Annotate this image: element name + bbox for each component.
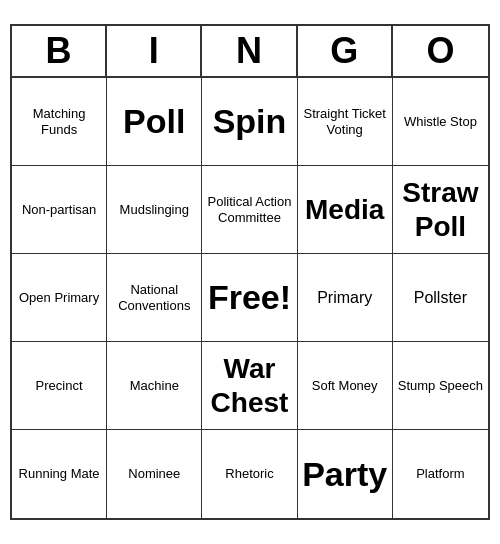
cell-text-21: Nominee — [128, 466, 180, 482]
cell-text-11: National Conventions — [111, 282, 197, 313]
bingo-cell-0: Matching Funds — [12, 78, 107, 166]
cell-text-0: Matching Funds — [16, 106, 102, 137]
bingo-cell-6: Mudslinging — [107, 166, 202, 254]
bingo-cell-8: Media — [298, 166, 393, 254]
bingo-cell-16: Machine — [107, 342, 202, 430]
header-letter-o: O — [393, 26, 488, 76]
cell-text-5: Non-partisan — [22, 202, 96, 218]
cell-text-2: Spin — [213, 101, 287, 142]
cell-text-22: Rhetoric — [225, 466, 273, 482]
bingo-header: BINGO — [12, 26, 488, 78]
bingo-card: BINGO Matching FundsPollSpinStraight Tic… — [10, 24, 490, 520]
bingo-cell-7: Political Action Committee — [202, 166, 297, 254]
header-letter-b: B — [12, 26, 107, 76]
bingo-cell-21: Nominee — [107, 430, 202, 518]
bingo-grid: Matching FundsPollSpinStraight Ticket Vo… — [12, 78, 488, 518]
bingo-cell-19: Stump Speech — [393, 342, 488, 430]
bingo-cell-11: National Conventions — [107, 254, 202, 342]
cell-text-18: Soft Money — [312, 378, 378, 394]
bingo-cell-23: Party — [298, 430, 393, 518]
bingo-cell-5: Non-partisan — [12, 166, 107, 254]
cell-text-24: Platform — [416, 466, 464, 482]
bingo-cell-9: Straw Poll — [393, 166, 488, 254]
bingo-cell-3: Straight Ticket Voting — [298, 78, 393, 166]
bingo-cell-13: Primary — [298, 254, 393, 342]
bingo-cell-24: Platform — [393, 430, 488, 518]
cell-text-13: Primary — [317, 288, 372, 307]
bingo-cell-1: Poll — [107, 78, 202, 166]
cell-text-15: Precinct — [36, 378, 83, 394]
header-letter-g: G — [298, 26, 393, 76]
bingo-cell-14: Pollster — [393, 254, 488, 342]
cell-text-4: Whistle Stop — [404, 114, 477, 130]
cell-text-6: Mudslinging — [120, 202, 189, 218]
cell-text-3: Straight Ticket Voting — [302, 106, 388, 137]
bingo-cell-4: Whistle Stop — [393, 78, 488, 166]
bingo-cell-12: Free! — [202, 254, 297, 342]
bingo-cell-22: Rhetoric — [202, 430, 297, 518]
bingo-cell-15: Precinct — [12, 342, 107, 430]
bingo-cell-18: Soft Money — [298, 342, 393, 430]
bingo-cell-10: Open Primary — [12, 254, 107, 342]
cell-text-20: Running Mate — [19, 466, 100, 482]
cell-text-1: Poll — [123, 101, 185, 142]
cell-text-14: Pollster — [414, 288, 467, 307]
cell-text-17: War Chest — [206, 352, 292, 419]
cell-text-9: Straw Poll — [397, 176, 484, 243]
bingo-cell-17: War Chest — [202, 342, 297, 430]
bingo-cell-2: Spin — [202, 78, 297, 166]
header-letter-n: N — [202, 26, 297, 76]
cell-text-7: Political Action Committee — [206, 194, 292, 225]
cell-text-8: Media — [305, 193, 384, 227]
cell-text-19: Stump Speech — [398, 378, 483, 394]
cell-text-23: Party — [302, 454, 387, 495]
cell-text-10: Open Primary — [19, 290, 99, 306]
bingo-cell-20: Running Mate — [12, 430, 107, 518]
cell-text-12: Free! — [208, 277, 291, 318]
header-letter-i: I — [107, 26, 202, 76]
cell-text-16: Machine — [130, 378, 179, 394]
